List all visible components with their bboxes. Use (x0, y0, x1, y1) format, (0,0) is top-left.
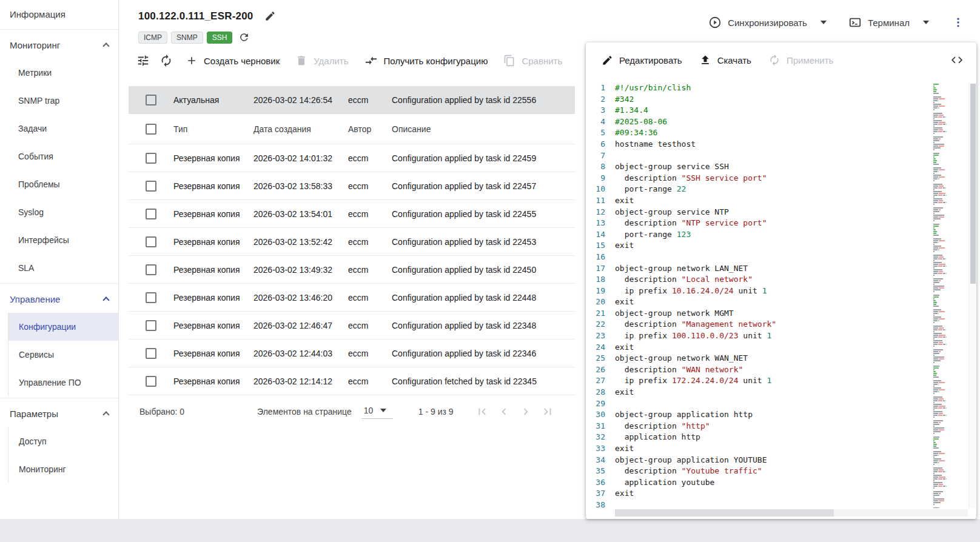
sidebar-item[interactable]: Доступ (8, 427, 118, 455)
code-editor[interactable]: 1234567891011121314151617181920212223242… (586, 78, 976, 508)
table-row[interactable]: Резервная копия 2026-03-02 12:14:12 eccm… (129, 367, 575, 395)
sidebar-item[interactable] (0, 398, 118, 398)
row-checkbox[interactable] (146, 264, 156, 275)
config-type: Резервная копия (173, 153, 253, 163)
table-row[interactable]: Резервная копия 2026-03-02 14:01:32 eccm… (129, 144, 575, 172)
table-header-row: Тип Дата создания Автор Описание (129, 114, 575, 144)
table-row[interactable]: Резервная копия 2026-03-02 12:46:47 eccm… (129, 312, 575, 340)
edit-config-button[interactable]: Редактировать (594, 50, 690, 71)
sidebar-item-label: Параметры (10, 409, 58, 419)
chevron-up-icon (102, 411, 109, 418)
tune-icon (136, 54, 150, 67)
row-checkbox[interactable] (146, 181, 156, 192)
row-checkbox[interactable] (146, 320, 156, 331)
chevron-up-icon (102, 296, 109, 303)
expand-code-button[interactable] (946, 49, 968, 71)
download-config-button[interactable]: Скачать (692, 49, 759, 71)
row-checkbox[interactable] (146, 153, 156, 164)
config-type: Резервная копия (173, 376, 253, 386)
sidebar-item[interactable]: Управление ПО (8, 369, 118, 396)
minimap[interactable] (933, 82, 968, 508)
row-checkbox[interactable] (146, 376, 156, 387)
table-row[interactable]: Резервная копия 2026-03-02 13:52:42 eccm… (129, 228, 575, 256)
terminal-dropdown-button[interactable] (915, 16, 938, 29)
table-row[interactable]: Резервная копия 2026-03-02 13:58:33 eccm… (129, 172, 575, 200)
config-description: Configuration applied by task id 22457 (392, 181, 575, 191)
sidebar-item[interactable] (0, 283, 118, 284)
compare-arrows-icon (364, 54, 378, 67)
sidebar: Информация Мониторинг Метрики SNMP trap (0, 0, 119, 519)
select-all-checkbox[interactable] (146, 124, 156, 135)
sync-button[interactable]: Синхронизировать (703, 11, 812, 34)
sidebar-item[interactable]: События (0, 142, 118, 170)
sidebar-item-label: Мониторинг (19, 464, 66, 474)
sidebar-item[interactable]: Задачи (0, 115, 118, 142)
sync-dropdown-button[interactable] (812, 16, 835, 29)
column-header-type: Тип (173, 124, 253, 134)
table-toolbar: Создать черновик Удалить Получить конфиг… (129, 42, 575, 79)
current-config-row[interactable]: Актуальная 2026-03-02 14:26:54 eccm Conf… (129, 86, 575, 114)
terminal-button[interactable]: Терминал (844, 11, 915, 34)
vertical-scrollbar[interactable] (968, 82, 976, 508)
row-checkbox[interactable] (146, 348, 156, 359)
row-checkbox[interactable] (146, 95, 156, 105)
first-page-button (474, 404, 490, 420)
scrollbar-thumb[interactable] (970, 84, 976, 284)
sidebar-item-label: Задачи (18, 124, 47, 133)
column-header-date: Дата создания (253, 124, 348, 134)
column-header-author: Автор (348, 124, 392, 134)
refresh-table-button[interactable] (155, 50, 177, 72)
sidebar-item-label: Управление ПО (19, 378, 81, 387)
sidebar-item[interactable]: Интерфейсы (0, 226, 118, 254)
config-author: eccm (348, 237, 392, 247)
sidebar-item[interactable]: Мониторинг (8, 455, 118, 483)
per-page-select[interactable]: 10 (361, 404, 393, 419)
table-row[interactable]: Резервная копия 2026-03-02 13:49:32 eccm… (129, 256, 575, 284)
sidebar-item[interactable]: Проблемы (0, 170, 118, 198)
sidebar-item-label: Информация (10, 9, 65, 19)
config-description: Configuration applied by task id 22455 (392, 209, 575, 219)
config-author: eccm (348, 95, 392, 105)
config-date: 2026-03-02 13:54:01 (253, 209, 348, 219)
table-row[interactable]: Резервная копия 2026-03-02 12:44:03 eccm… (129, 340, 575, 367)
chevron-right-icon (519, 405, 532, 418)
horizontal-scrollbar[interactable] (615, 509, 968, 517)
sidebar-item-label: SLA (18, 263, 34, 273)
row-checkbox[interactable] (146, 292, 156, 303)
chevron-down-icon (380, 409, 386, 412)
table-row[interactable]: Резервная копия 2026-03-02 13:46:20 eccm… (129, 284, 575, 312)
row-checkbox[interactable] (146, 209, 156, 219)
sidebar-item[interactable]: Параметры (0, 400, 118, 427)
more-menu-button[interactable] (948, 13, 968, 32)
configurations-panel: Создать черновик Удалить Получить конфиг… (119, 40, 585, 519)
table-row[interactable]: Резервная копия 2026-03-02 13:54:01 eccm… (129, 200, 575, 228)
sidebar-item-label: Доступ (19, 437, 47, 446)
create-draft-button[interactable]: Создать черновик (178, 50, 287, 72)
sidebar-item[interactable]: Сервисы (8, 341, 118, 369)
first-page-icon (475, 405, 489, 418)
sidebar-item-label: Конфигурации (19, 322, 76, 332)
code-lines[interactable]: #!/usr/bin/clish#342#1.34.4#2025-08-06#0… (615, 82, 933, 508)
sidebar-item[interactable]: Мониторинг (0, 31, 118, 59)
sidebar-item[interactable]: SNMP trap (0, 87, 118, 115)
sidebar-item[interactable]: SLA (0, 254, 118, 282)
sidebar-item[interactable]: Управление (0, 285, 118, 313)
config-date: 2026-03-02 13:46:20 (253, 293, 348, 303)
edit-title-button[interactable] (260, 6, 280, 26)
sidebar-item[interactable]: Метрики (0, 59, 118, 87)
sidebar-item[interactable]: Syslog (0, 198, 118, 226)
filter-button[interactable] (132, 50, 154, 72)
minimap-content (933, 84, 968, 508)
sidebar-item[interactable]: Конфигурации (8, 313, 118, 341)
apply-sync-icon (768, 54, 780, 66)
scrollbar-thumb[interactable] (615, 509, 834, 517)
config-description: Configuration applied by task id 22453 (392, 237, 575, 247)
chevron-up-icon (102, 42, 109, 49)
fetch-configuration-button[interactable]: Получить конфигурацию (357, 49, 495, 72)
pagination-range: 1 - 9 из 9 (418, 407, 454, 417)
sidebar-item[interactable]: Информация (0, 0, 118, 28)
sidebar-item[interactable] (0, 29, 118, 30)
chevron-down-icon (923, 21, 929, 24)
plus-icon (186, 55, 198, 67)
row-checkbox[interactable] (146, 236, 156, 247)
